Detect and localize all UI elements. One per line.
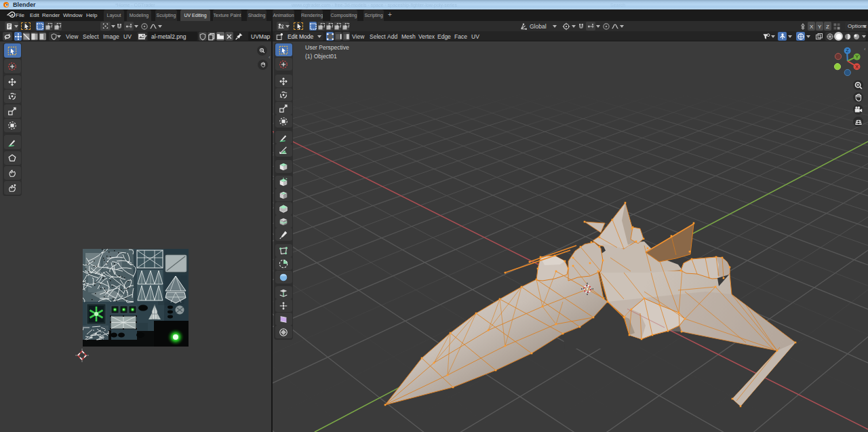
svg-text:Y: Y <box>855 54 859 60</box>
svg-text:Z: Z <box>846 47 849 54</box>
svg-text:X: X <box>855 64 859 70</box>
